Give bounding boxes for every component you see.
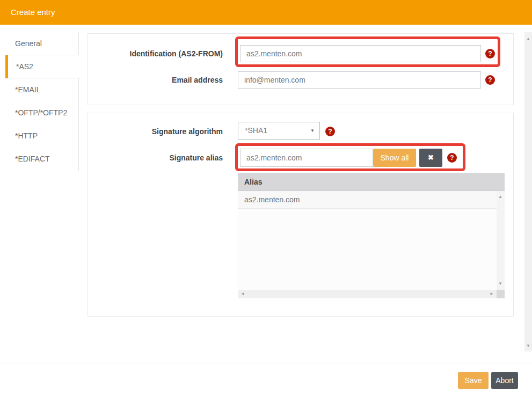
dialog-title: Create entry [11, 0, 55, 25]
signature-algorithm-value: *SHA1 [245, 126, 267, 135]
sidebar-tab-email[interactable]: *EMAIL [5, 78, 79, 101]
identification-input[interactable] [240, 45, 481, 62]
signature-alias-input[interactable] [240, 149, 373, 167]
abort-button[interactable]: Abort [491, 372, 518, 389]
scroll-down-icon[interactable]: ▼ [498, 282, 502, 286]
identification-panel [88, 33, 514, 105]
sidebar-tab-oftp[interactable]: *OFTP/*OFTP2 [5, 101, 79, 124]
alias-table-scroll-corner [497, 290, 505, 298]
footer-divider [0, 363, 532, 363]
save-button[interactable]: Save [458, 372, 489, 389]
signature-algorithm-select[interactable]: *SHA1 ▼ [238, 122, 320, 140]
alias-table-header: Alias [238, 173, 505, 191]
sidebar-tab-edifact[interactable]: *EDIFACT [5, 148, 79, 171]
alias-table-row[interactable]: as2.menten.com [238, 191, 497, 209]
signature-algorithm-label: Signature algorithm [97, 127, 223, 136]
sidebar-tab-http[interactable]: *HTTP [5, 124, 79, 148]
signature-alias-help-icon[interactable]: ? [447, 153, 457, 163]
page-scroll-down-icon[interactable]: ▼ [526, 344, 530, 348]
sidebar-tab-general[interactable]: General [5, 32, 79, 55]
scroll-right-icon[interactable]: ► [490, 292, 494, 296]
dialog-header: Create entry [0, 0, 532, 25]
email-input[interactable] [238, 71, 481, 89]
signature-alias-label: Signature alias [97, 153, 223, 163]
signature-algorithm-help-icon[interactable]: ? [325, 127, 335, 136]
clear-icon: ✖ [428, 153, 434, 162]
sidebar-tab-as2[interactable]: *AS2 [5, 55, 80, 78]
clear-alias-button[interactable]: ✖ [419, 149, 442, 167]
page-vertical-scrollbar[interactable]: ▲ ▼ [524, 32, 532, 351]
email-label: Email address [97, 76, 223, 85]
email-help-icon[interactable]: ? [485, 75, 495, 85]
scroll-up-icon[interactable]: ▲ [498, 195, 502, 199]
page-scroll-up-icon[interactable]: ▲ [526, 37, 530, 41]
alias-table-vertical-scrollbar[interactable]: ▲ ▼ [497, 191, 505, 290]
chevron-down-icon: ▼ [310, 122, 315, 139]
show-all-button[interactable]: Show all [373, 149, 416, 167]
identification-help-icon[interactable]: ? [485, 49, 495, 58]
alias-table-horizontal-scrollbar[interactable]: ◄ ► [238, 290, 497, 298]
scroll-left-icon[interactable]: ◄ [241, 292, 245, 296]
identification-label: Identification (AS2-FROM) [97, 49, 223, 58]
